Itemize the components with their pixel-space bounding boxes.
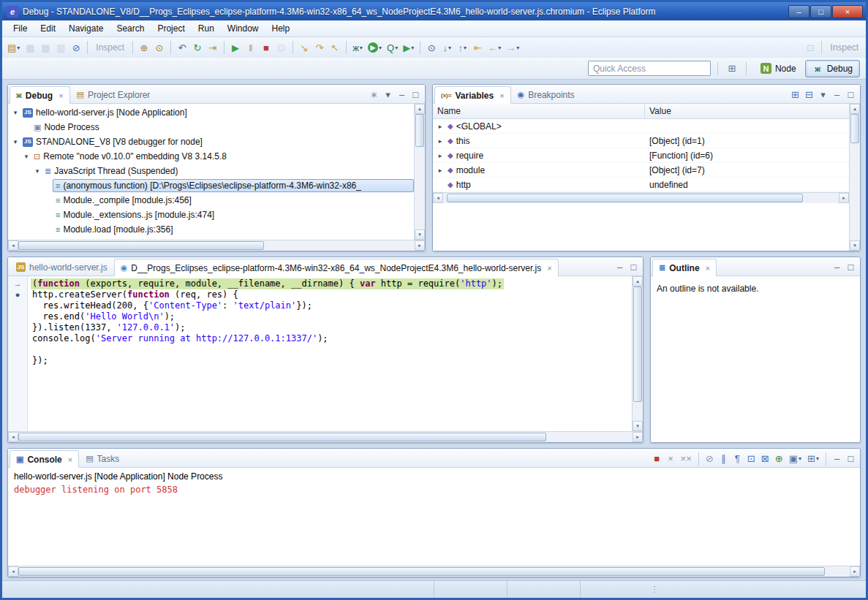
scroll-left-icon[interactable]: ◂ bbox=[8, 432, 18, 442]
back-icon[interactable]: ←▾ bbox=[486, 39, 503, 56]
step-over-icon[interactable]: ↷ bbox=[312, 39, 327, 56]
expander-icon[interactable]: ▾ bbox=[11, 138, 20, 145]
variables-view-tab-variables[interactable]: (x)=Variables× bbox=[434, 86, 511, 104]
debug-tree-item[interactable]: ▣Node Process bbox=[8, 120, 414, 134]
debug-tree-item[interactable]: ≡(anonymous function) [D:\Progs\Eclipses… bbox=[8, 178, 414, 193]
scroll-right-icon[interactable]: ▸ bbox=[633, 432, 643, 442]
run-launch-icon[interactable]: ▶▾ bbox=[366, 39, 384, 56]
collapse-all-icon[interactable]: ⊟ bbox=[803, 88, 815, 102]
view-settings-icon[interactable]: ∗ bbox=[368, 88, 380, 102]
maximize-button[interactable]: □ bbox=[810, 5, 831, 18]
maximize-view-icon[interactable]: □ bbox=[845, 452, 857, 466]
editor-gutter[interactable]: →● bbox=[8, 276, 28, 431]
menu-item-window[interactable]: Window bbox=[221, 21, 265, 36]
next-annotation-icon[interactable]: ↓▾ bbox=[439, 39, 454, 56]
suspend-icon[interactable]: ‖ bbox=[244, 39, 258, 56]
step-return-icon[interactable]: ↖ bbox=[328, 39, 342, 56]
expander-icon[interactable]: ▸ bbox=[436, 123, 445, 130]
scroll-right-icon[interactable]: ▸ bbox=[839, 193, 849, 203]
debug-tree-item[interactable]: ≡Module.load [module.js:356] bbox=[8, 222, 414, 237]
menu-item-file[interactable]: File bbox=[7, 21, 34, 36]
scroll-left-icon[interactable]: ◂ bbox=[8, 566, 18, 577]
variable-row[interactable]: ▸◆require[Function] (id=6) bbox=[433, 148, 849, 163]
quick-access-input[interactable] bbox=[588, 61, 711, 76]
show-logical-structure-icon[interactable]: ⊞ bbox=[789, 88, 801, 102]
variable-row[interactable]: ▸◆this[Object] (id=1) bbox=[433, 134, 849, 148]
step-into-icon[interactable]: ↘ bbox=[297, 39, 312, 56]
perspective-node-button[interactable]: NNode bbox=[753, 60, 804, 77]
relaunch-icon[interactable]: ↻ bbox=[190, 39, 205, 56]
expander-icon[interactable]: ▸ bbox=[436, 137, 445, 145]
minimize-view-icon[interactable]: – bbox=[831, 88, 843, 102]
resume-icon[interactable]: ▶ bbox=[228, 39, 243, 56]
gutter-line[interactable] bbox=[8, 300, 27, 311]
variable-row[interactable]: ◆httpundefined bbox=[433, 178, 849, 192]
remove-launch-icon[interactable]: × bbox=[665, 452, 677, 466]
code-line[interactable]: res.writeHead(200, {'Content-Type': 'tex… bbox=[31, 300, 632, 311]
scrollbar-track[interactable] bbox=[850, 114, 860, 240]
close-tab-icon[interactable]: × bbox=[59, 91, 63, 100]
scrollbar-track[interactable] bbox=[18, 432, 633, 442]
scroll-up-icon[interactable]: ▴ bbox=[633, 276, 643, 286]
menu-item-run[interactable]: Run bbox=[192, 21, 221, 36]
gutter-line[interactable]: ● bbox=[8, 289, 27, 300]
horizontal-scrollbar[interactable]: ◂ ▸ bbox=[433, 192, 849, 203]
code-line[interactable]: }).listen(1337, '127.0.0.1'); bbox=[31, 322, 632, 333]
gutter-line[interactable] bbox=[8, 311, 27, 322]
scrollbar-thumb[interactable] bbox=[18, 241, 264, 250]
code-line[interactable]: console.log('Server running at http://12… bbox=[31, 333, 632, 344]
use-step-filters-icon[interactable]: ⇥ bbox=[205, 39, 220, 56]
new-watch-expression-icon[interactable]: ⊕ bbox=[137, 39, 151, 56]
clear-console-icon[interactable]: ⊘ bbox=[703, 452, 716, 466]
debug-tree-item[interactable]: ≡Module._extensions..js [module.js:474] bbox=[8, 208, 414, 222]
previous-annotation-icon[interactable]: ↑▾ bbox=[455, 39, 469, 56]
debug-tree-item[interactable]: ▾⊡Remote "node v0.10.0" embedding V8 3.1… bbox=[8, 149, 414, 164]
debug-tree-item[interactable]: ▾≣JavaScript Thread (Suspended) bbox=[8, 164, 414, 178]
scrollbar-thumb[interactable] bbox=[18, 567, 825, 576]
terminate-icon[interactable]: ■ bbox=[259, 39, 273, 56]
scrollbar-thumb[interactable] bbox=[415, 114, 424, 147]
menu-item-help[interactable]: Help bbox=[265, 21, 297, 36]
display-console-icon[interactable]: ▣▾ bbox=[787, 452, 804, 466]
scroll-right-icon[interactable]: ▸ bbox=[850, 566, 860, 577]
debug-view-tab-project-explorer[interactable]: ▤Project Explorer bbox=[70, 86, 157, 103]
horizontal-scrollbar[interactable]: ◂ ▸ bbox=[8, 566, 860, 577]
expander-icon[interactable]: ▾ bbox=[22, 153, 31, 160]
expander-icon[interactable]: ▸ bbox=[436, 152, 445, 159]
close-tab-icon[interactable]: × bbox=[68, 455, 72, 464]
vertical-scrollbar[interactable]: ▴ ▾ bbox=[632, 276, 643, 431]
scrollbar-thumb[interactable] bbox=[633, 286, 642, 402]
show-stdout-icon[interactable]: ⊡ bbox=[745, 452, 758, 466]
minimize-view-icon[interactable]: – bbox=[831, 260, 843, 275]
scrollbar-track[interactable] bbox=[18, 566, 850, 577]
outline-view-tab-outline[interactable]: ≣Outline× bbox=[652, 259, 717, 276]
debug-launch-icon[interactable]: ж▾ bbox=[350, 39, 365, 56]
terminate-icon[interactable]: ■ bbox=[651, 452, 663, 466]
column-header-name[interactable]: Name bbox=[433, 104, 645, 118]
coverage-launch-icon[interactable]: Q▾ bbox=[385, 39, 400, 56]
scroll-left-icon[interactable]: ◂ bbox=[8, 240, 18, 251]
minimize-button[interactable]: – bbox=[788, 5, 809, 18]
minimize-view-icon[interactable]: – bbox=[614, 260, 626, 275]
scroll-up-icon[interactable]: ▴ bbox=[415, 104, 425, 114]
close-tab-icon[interactable]: × bbox=[706, 264, 710, 273]
expander-icon[interactable]: ▾ bbox=[11, 109, 20, 116]
editor-tab-d-progs-eclipses-eclipse-platform-4-3m6-win32-x86-64-ws-nodeprojecte4-3m6-hello-world-server-js[interactable]: ◉D__Progs_Eclipses_eclipse-platform-4.3M… bbox=[114, 259, 559, 276]
menu-item-search[interactable]: Search bbox=[110, 21, 151, 36]
debug-tree-item[interactable]: ▾JSSTANDALONE_V8 [V8 debugger for node] bbox=[8, 134, 414, 149]
maximize-view-icon[interactable]: □ bbox=[845, 88, 857, 102]
forward-icon[interactable]: →▾ bbox=[504, 39, 521, 56]
view-menu-icon[interactable]: ▾ bbox=[382, 88, 394, 102]
skip-all-breakpoints-icon[interactable]: ⊘ bbox=[69, 39, 83, 56]
open-perspective-icon[interactable]: ⊞ bbox=[725, 61, 739, 77]
console-view-tab-console[interactable]: ▣Console× bbox=[10, 450, 79, 468]
debug-tree-item[interactable]: ▾JShello-world-server.js [Node Applicati… bbox=[8, 105, 414, 120]
view-menu-icon[interactable]: ▾ bbox=[817, 88, 829, 102]
vertical-scrollbar[interactable]: ▴ ▾ bbox=[849, 104, 860, 251]
scrollbar-track[interactable] bbox=[415, 114, 425, 229]
code-line[interactable]: (function (exports, require, module, __f… bbox=[31, 278, 632, 289]
close-tab-icon[interactable]: × bbox=[547, 264, 551, 273]
maximize-view-icon[interactable]: □ bbox=[627, 260, 640, 275]
scroll-left-icon[interactable]: ◂ bbox=[433, 193, 443, 203]
new-wizard-icon[interactable]: ▤▾ bbox=[5, 39, 22, 56]
